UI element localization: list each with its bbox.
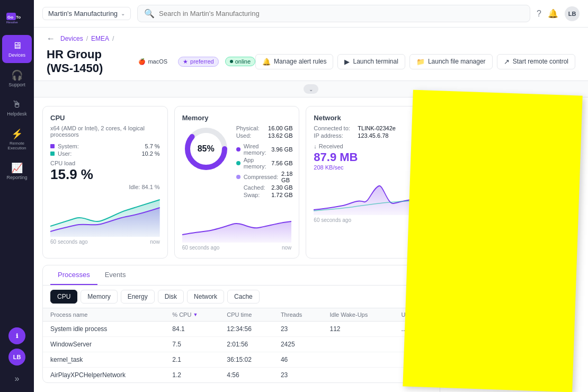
sidebar-item-devices[interactable]: 🖥 Devices xyxy=(2,35,32,63)
filter-cpu[interactable]: CPU xyxy=(50,290,77,304)
proc-cpu: 7.5 xyxy=(165,337,219,352)
collapse-button[interactable]: ⌄ xyxy=(304,84,318,94)
bell-icon[interactable]: 🔔 xyxy=(548,8,558,19)
proc-cpu-time: 4:56 xyxy=(219,368,273,383)
search-input[interactable] xyxy=(159,10,523,17)
network-info: Connected to: TLINK-02342e IP address: 1… xyxy=(314,125,423,139)
preferred-badge: ★ preferred xyxy=(178,57,219,67)
cpu-load-value: 15.9 % xyxy=(50,166,160,183)
network-title: Network xyxy=(314,114,423,122)
launch-terminal-button[interactable]: ▶ Launch terminal xyxy=(337,54,405,69)
wired-dot xyxy=(236,147,240,152)
network-chart-labels: 60 seconds ago now xyxy=(314,217,423,223)
org-name: Martin's Manufacturing xyxy=(48,10,118,17)
sort-cpu[interactable]: % CPU ▼ xyxy=(172,311,198,318)
filter-disk[interactable]: Disk xyxy=(158,290,184,304)
launch-file-manager-button[interactable]: 📁 Launch file manager xyxy=(409,54,493,69)
manage-alert-rules-button[interactable]: 🔔 Manage alert rules xyxy=(255,54,333,69)
col-cpu[interactable]: % CPU ▼ xyxy=(165,308,219,322)
col-idle-wake: Idle Wake-Ups xyxy=(322,308,394,322)
device-title: HR Group (WS-1450) 🍎 macOS ★ preferred o… xyxy=(47,48,255,75)
breadcrumb-devices[interactable]: Devices xyxy=(60,35,83,42)
network-chart xyxy=(314,173,423,215)
sidebar-expand-button[interactable]: » xyxy=(11,370,24,388)
col-cpu-time: CPU time xyxy=(219,308,273,322)
cpu-title: CPU xyxy=(50,114,160,122)
table-header-row: Process name % CPU ▼ CPU time Threads xyxy=(43,308,431,322)
memory-details: Wired memory: 3.96 GB App memory: 7.56 G… xyxy=(236,143,293,198)
col-process-name: Process name xyxy=(43,308,165,322)
network-connected-row: Connected to: TLINK-02342e xyxy=(314,125,423,131)
start-remote-control-button[interactable]: ↗ Start remote control xyxy=(497,54,575,69)
filter-energy[interactable]: Energy xyxy=(121,290,155,304)
proc-name: AirPlayXPCHelperNetwork xyxy=(43,368,165,383)
table-row: AirPlayXPCHelperNetwork 1.2 4:56 23 xyxy=(43,368,431,383)
org-selector[interactable]: Martin's Manufacturing ⌄ xyxy=(42,7,131,20)
remote-icon: ⚡ xyxy=(11,128,23,140)
cpu-spec: x64 (AMD or Intel), 2 cores, 4 logical p… xyxy=(50,125,160,138)
sidebar-item-support[interactable]: 🎧 Support xyxy=(2,64,32,93)
filter-network[interactable]: Network xyxy=(187,290,224,304)
memory-donut: 85% xyxy=(182,125,230,173)
svg-text:Resolve: Resolve xyxy=(6,21,18,24)
os-badge: 🍎 macOS xyxy=(134,57,172,66)
filter-cache[interactable]: Cache xyxy=(227,290,260,304)
memory-physical-stats: Physical: 16.00 GB Used: 13.62 GB xyxy=(236,125,293,139)
tab-events[interactable]: Events xyxy=(97,265,133,285)
metrics-row: CPU x64 (AMD or Intel), 2 cores, 4 logic… xyxy=(42,106,431,259)
chevron-down-icon: ⌄ xyxy=(121,11,125,16)
filter-memory[interactable]: Memory xyxy=(81,290,117,304)
sidebar: Go To Resolve 🖥 Devices 🎧 Support 🖱 Help… xyxy=(0,0,34,392)
network-received: ↓ Received 87.9 MB 208 KB/sec xyxy=(314,143,423,171)
sidebar-item-helpdesk[interactable]: 🖱 Helpdesk xyxy=(2,94,32,122)
proc-cpu: 1.2 xyxy=(165,368,219,383)
online-dot xyxy=(230,60,233,63)
cpu-legend-system: System: 5.7 % xyxy=(50,143,160,149)
processes-table-body: System idle process 84.1 12:34:56 23 112… xyxy=(43,322,431,383)
cpu-chart-labels: 60 seconds ago now xyxy=(50,239,160,245)
sort-arrow-icon: ▼ xyxy=(193,312,198,317)
sidebar-info-button[interactable]: ℹ xyxy=(8,327,25,344)
breadcrumb-emea[interactable]: EMEA xyxy=(91,35,109,42)
proc-threads: 23 xyxy=(273,368,323,383)
memory-stats-wrap: Physical: 16.00 GB Used: 13.62 GB Wi xyxy=(236,125,293,198)
breadcrumb: ← Devices / EMEA / xyxy=(47,34,575,43)
proc-threads: 2425 xyxy=(273,337,323,352)
device-actions: 🔔 Manage alert rules ▶ Launch terminal 📁… xyxy=(255,54,575,69)
proc-name: System idle process xyxy=(43,322,165,337)
sticky-note xyxy=(403,90,582,392)
device-name: HR Group (WS-1450) xyxy=(47,48,128,75)
apple-icon: 🍎 xyxy=(138,58,146,65)
user-color-dot xyxy=(50,152,55,156)
proc-threads: 46 xyxy=(273,352,323,368)
col-threads: Threads xyxy=(273,308,323,322)
proc-threads: 23 xyxy=(273,322,323,337)
tab-processes[interactable]: Processes xyxy=(50,265,97,285)
received-rate: 208 KB/sec xyxy=(314,164,423,171)
help-icon[interactable]: ? xyxy=(537,9,541,19)
svg-text:Go: Go xyxy=(7,15,13,20)
table-row: kernel_task 2.1 36:15:02 46 xyxy=(43,352,431,368)
user-avatar[interactable]: LB xyxy=(565,6,580,21)
proc-name: WindowServer xyxy=(43,337,165,352)
topbar: Martin's Manufacturing ⌄ 🔍 ? 🔔 LB xyxy=(34,0,588,28)
search-icon: 🔍 xyxy=(144,8,155,19)
search-box[interactable]: 🔍 xyxy=(137,5,530,22)
received-label: ↓ Received xyxy=(314,143,423,149)
proc-cpu: 2.1 xyxy=(165,352,219,368)
sidebar-item-reporting[interactable]: 📈 Reporting xyxy=(2,157,32,185)
swap-memory-row: Swap: 1.72 GB xyxy=(236,192,293,198)
device-header: ← Devices / EMEA / HR Group (WS-1450) 🍎 … xyxy=(34,28,588,81)
back-button[interactable]: ← xyxy=(47,34,55,43)
proc-idle-wake xyxy=(322,352,394,368)
sidebar-user-avatar[interactable]: LB xyxy=(8,349,25,366)
sidebar-item-remote-execution[interactable]: ⚡ Remote Execution xyxy=(2,123,32,156)
received-value: 87.9 MB xyxy=(314,150,423,164)
memory-percent: 85% xyxy=(198,144,215,154)
compressed-memory-row: Compressed: 2.18 GB xyxy=(236,171,293,183)
device-title-row: HR Group (WS-1450) 🍎 macOS ★ preferred o… xyxy=(47,48,575,75)
memory-chart xyxy=(182,200,292,243)
wired-memory-row: Wired memory: 3.96 GB xyxy=(236,143,293,156)
svg-text:To: To xyxy=(16,15,21,20)
online-badge: online xyxy=(225,57,255,66)
